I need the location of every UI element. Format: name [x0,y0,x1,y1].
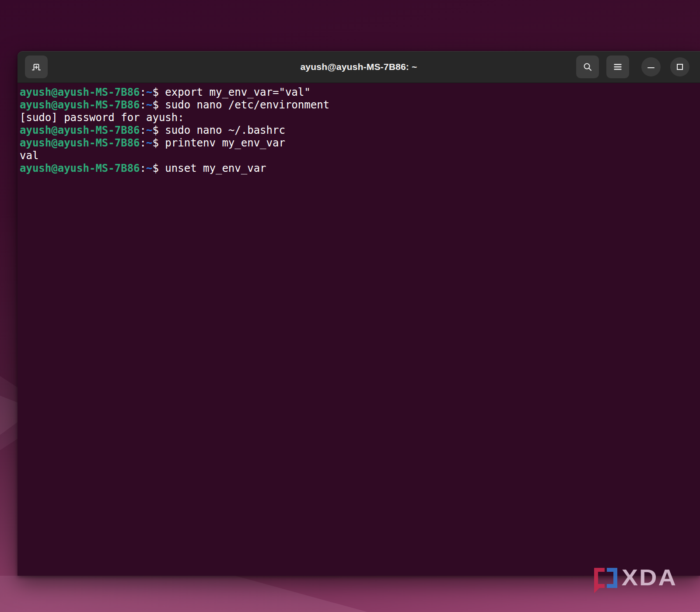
terminal-line: ayush@ayush-MS-7B86:~$ export my_env_var… [20,86,696,99]
terminal-output[interactable]: ayush@ayush-MS-7B86:~$ export my_env_var… [18,83,700,576]
wallpaper-facet [0,576,368,612]
terminal-text: printenv my_env_var [165,137,285,149]
terminal-text: $ [152,137,165,149]
terminal-text: $ [152,162,165,174]
prompt-user-host: ayush@ayush-MS-7B86 [20,137,140,149]
prompt-path: ~ [146,99,152,111]
terminal-text: : [140,137,146,149]
terminal-line: [sudo] password for ayush: [20,111,696,124]
terminal-text: : [140,162,146,174]
minimize-icon [646,62,656,72]
window-headerbar: ayush@ayush-MS-7B86: ~ [18,51,700,83]
terminal-line: val [20,150,696,162]
prompt-path: ~ [146,162,152,174]
minimize-button[interactable] [641,57,661,76]
terminal-text: $ [152,124,165,136]
terminal-text: sudo nano /etc/environment [165,99,329,111]
prompt-path: ~ [146,86,152,98]
headerbar-controls [576,56,690,78]
terminal-text: $ [152,99,165,111]
terminal-text: val [20,150,38,162]
new-tab-button[interactable] [25,56,48,78]
menu-button[interactable] [606,56,629,78]
prompt-path: ~ [146,137,152,149]
terminal-line: ayush@ayush-MS-7B86:~$ unset my_env_var [20,162,696,175]
search-icon [582,61,593,73]
maximize-button[interactable] [670,57,690,76]
terminal-text: : [140,124,146,136]
xda-logo-text: XDA [622,567,677,589]
terminal-window: ayush@ayush-MS-7B86: ~ [18,51,700,576]
desktop-background: ayush@ayush-MS-7B86: ~ [0,0,700,612]
prompt-user-host: ayush@ayush-MS-7B86 [20,99,140,111]
hamburger-menu-icon [612,61,623,73]
terminal-line: ayush@ayush-MS-7B86:~$ sudo nano ~/.bash… [20,124,696,137]
terminal-text: export my_env_var="val" [165,86,310,98]
prompt-user-host: ayush@ayush-MS-7B86 [20,86,140,98]
terminal-line: ayush@ayush-MS-7B86:~$ sudo nano /etc/en… [20,99,696,111]
terminal-text: [sudo] password for ayush: [20,111,184,124]
terminal-text: : [140,99,146,111]
new-tab-icon [31,61,42,73]
terminal-text: unset my_env_var [165,162,266,174]
prompt-user-host: ayush@ayush-MS-7B86 [20,124,140,136]
maximize-icon [675,62,685,72]
terminal-text: : [140,86,146,98]
prompt-path: ~ [146,124,152,136]
xda-left-bracket-icon [594,568,605,588]
terminal-text: sudo nano ~/.bashrc [165,124,285,136]
xda-watermark: XDA [594,565,677,591]
terminal-line: ayush@ayush-MS-7B86:~$ printenv my_env_v… [20,137,696,150]
prompt-user-host: ayush@ayush-MS-7B86 [20,162,140,174]
search-button[interactable] [576,56,599,78]
xda-right-bracket-icon [607,568,617,588]
terminal-text: $ [152,86,165,98]
